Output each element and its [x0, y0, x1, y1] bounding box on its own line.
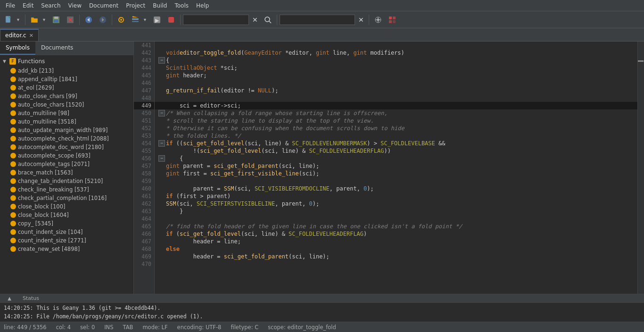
navigate-forward-button[interactable]	[96, 13, 109, 26]
svg-rect-14	[132, 21, 139, 22]
fold-marker[interactable]: −	[158, 140, 165, 147]
scrollbar-gutter[interactable]	[637, 42, 644, 294]
open-file-button[interactable]	[28, 13, 41, 26]
navigate-back-button[interactable]	[82, 13, 95, 26]
search-input[interactable]	[183, 15, 249, 25]
code-line[interactable]: void editor_toggle_fold(GeanyEditor *edi…	[155, 49, 637, 57]
code-line[interactable]	[155, 42, 637, 49]
preferences-button[interactable]	[115, 13, 128, 26]
fold-marker[interactable]: −	[158, 155, 165, 162]
tab-close-button[interactable]: ✕	[29, 33, 33, 39]
search-clear-2-button[interactable]: ✕	[356, 13, 366, 26]
list-item[interactable]: auto_multiline [98]	[0, 109, 133, 117]
menu-edit[interactable]: Edit	[19, 1, 37, 10]
list-item[interactable]: copy_ [5345]	[0, 219, 133, 228]
code-line[interactable]: gint parent = sci_get_fold_parent(sci, l…	[155, 162, 637, 170]
build-compile-button[interactable]	[129, 13, 142, 26]
code-line[interactable]: else	[155, 245, 637, 253]
list-item[interactable]: count_indent_size [2771]	[0, 236, 133, 245]
close-file-button[interactable]	[64, 13, 77, 26]
fold-spacer	[158, 223, 166, 230]
tabbar: editor.c ✕	[0, 28, 644, 42]
code-line[interactable]	[155, 215, 637, 223]
search-clear-button[interactable]: ✕	[250, 13, 260, 26]
list-item[interactable]: autocomplete_check_html [2088]	[0, 134, 133, 143]
code-line[interactable]: !(sci_get_fold_level(sci, line) & SC_FOL…	[155, 147, 637, 155]
fold-marker[interactable]: −	[158, 57, 165, 64]
list-item[interactable]: autocomplete_tags [2071]	[0, 160, 133, 168]
menu-view[interactable]: View	[65, 1, 85, 10]
code-line[interactable]: }	[155, 208, 637, 215]
new-file-button[interactable]	[2, 13, 15, 26]
code-line[interactable]: if (first > parent)	[155, 192, 637, 200]
code-line[interactable]: gint first = sci_get_first_visible_line(…	[155, 170, 637, 177]
code-line[interactable]: * scroll the starting line to display at…	[155, 117, 637, 124]
list-item[interactable]: append_calltip [1841]	[0, 75, 133, 83]
menu-search[interactable]: Search	[37, 1, 64, 10]
code-line[interactable]	[155, 260, 637, 268]
code-line[interactable]: /* find the fold header of the given lin…	[155, 223, 637, 230]
code-line[interactable]: * Otherwise it can be confusing when the…	[155, 124, 637, 132]
code-line[interactable]	[155, 177, 637, 185]
list-item[interactable]: count_indent_size [104]	[0, 228, 133, 236]
sidebar-tab-symbols[interactable]: Symbols	[0, 42, 35, 55]
menu-build[interactable]: Build	[149, 1, 171, 10]
code-line[interactable]: parent = SSM(sci, SCI_VISIBLEFROMDOCLINE…	[155, 185, 637, 192]
new-file-dropdown[interactable]: ▼	[16, 13, 23, 26]
fold-spacer	[158, 200, 166, 208]
code-line[interactable]: sci = editor->sci;	[155, 102, 637, 109]
zoom-button[interactable]	[372, 13, 385, 26]
func-icon	[10, 119, 16, 124]
list-item[interactable]: at_eol [2629]	[0, 83, 133, 92]
save-button[interactable]	[50, 13, 63, 26]
code-line[interactable]	[155, 94, 637, 102]
menu-file[interactable]: File	[2, 1, 19, 10]
code-line[interactable]: −{	[155, 57, 637, 64]
menu-document[interactable]: Document	[85, 1, 122, 10]
sidebar-content[interactable]: ▼ F Functions add_kb [213] append_callti…	[0, 55, 133, 294]
code-line[interactable]: ScintillaObject *sci;	[155, 64, 637, 72]
list-item[interactable]: close_block [100]	[0, 202, 133, 211]
code-line[interactable]: g_return_if_fail(editor != NULL);	[155, 87, 637, 94]
extra-button[interactable]	[386, 13, 399, 26]
list-item[interactable]: create_new_set [4898]	[0, 245, 133, 253]
code-line[interactable]: header = line;	[155, 238, 637, 245]
code-line[interactable]: * the folded lines. */	[155, 132, 637, 140]
search-input-2[interactable]	[280, 15, 355, 25]
list-item[interactable]: add_kb [213]	[0, 66, 133, 75]
list-item[interactable]: auto_multiline [3518]	[0, 117, 133, 126]
menu-tools[interactable]: Tools	[171, 1, 192, 10]
menu-project[interactable]: Project	[122, 1, 149, 10]
search-go-button[interactable]	[261, 13, 274, 26]
list-item[interactable]: brace_match [1563]	[0, 168, 133, 177]
code-line[interactable]	[155, 79, 637, 87]
list-item[interactable]: auto_close_chars [99]	[0, 92, 133, 100]
code-line[interactable]: gint header;	[155, 72, 637, 79]
panel-collapse-button[interactable]: ▲	[0, 296, 19, 301]
func-icon	[10, 85, 16, 91]
list-item[interactable]: autocomplete_doc_word [2180]	[0, 143, 133, 151]
fold-marker[interactable]: −	[158, 110, 165, 116]
stop-button[interactable]	[165, 13, 178, 26]
menu-help[interactable]: Help	[192, 1, 213, 10]
code-line[interactable]: − if ((sci_get_fold_level(sci, line) & S…	[155, 140, 637, 147]
sidebar-tab-documents[interactable]: Documents	[35, 42, 79, 55]
list-item[interactable]: check_partial_completion [1016]	[0, 194, 133, 202]
list-item[interactable]: auto_close_chars [1520]	[0, 100, 133, 109]
code-line[interactable]: if (sci_get_fold_level(sci, line) & SC_F…	[155, 230, 637, 238]
code-area[interactable]: void editor_toggle_fold(GeanyEditor *edi…	[155, 42, 637, 294]
open-file-dropdown[interactable]: ▼	[42, 13, 49, 26]
code-line[interactable]: − {	[155, 155, 637, 162]
functions-group-header[interactable]: ▼ F Functions	[0, 56, 133, 66]
run-button[interactable]: ▶	[150, 13, 164, 26]
list-item[interactable]: change_tab_indentation [5210]	[0, 177, 133, 185]
code-line[interactable]: SSM(sci, SCI_SETFIRSTVISIBLELINE, parent…	[155, 200, 637, 208]
list-item[interactable]: close_block [1604]	[0, 211, 133, 219]
code-line[interactable]: − /* When collapsing a fold range whose …	[155, 109, 637, 117]
tab-editor-c[interactable]: editor.c ✕	[0, 29, 39, 41]
list-item[interactable]: auto_update_margin_width [989]	[0, 126, 133, 134]
build-dropdown[interactable]: ▼	[143, 13, 149, 26]
code-line[interactable]: header = sci_get_fold_parent(sci, line);	[155, 253, 637, 260]
list-item[interactable]: autocomplete_scope [693]	[0, 151, 133, 160]
list-item[interactable]: check_line_breaking [537]	[0, 185, 133, 194]
